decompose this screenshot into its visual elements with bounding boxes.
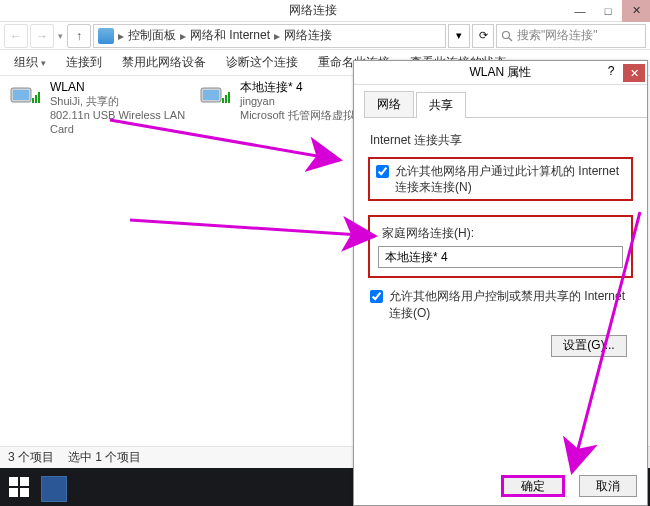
breadcrumb-item[interactable]: 网络连接 <box>284 27 332 44</box>
diagnose-button[interactable]: 诊断这个连接 <box>218 51 306 74</box>
allow-control-label: 允许其他网络用户控制或禁用共享的 Internet 连接(O) <box>389 288 633 320</box>
connect-to-button[interactable]: 连接到 <box>58 51 110 74</box>
dialog-close-button[interactable]: ✕ <box>623 64 645 82</box>
allow-control-checkbox[interactable] <box>370 290 383 303</box>
status-selected-count: 选中 1 个项目 <box>68 449 141 466</box>
adapter-device: 802.11n USB Wireless LAN Card <box>50 109 190 137</box>
help-button[interactable]: ? <box>601 64 621 82</box>
chevron-right-icon[interactable]: ▸ <box>116 29 126 43</box>
breadcrumb[interactable]: ▸ 控制面板 ▸ 网络和 Internet ▸ 网络连接 <box>93 24 446 48</box>
tab-sharing[interactable]: 共享 <box>416 92 466 118</box>
svg-line-1 <box>509 38 512 41</box>
home-connection-select[interactable] <box>378 246 623 268</box>
allow-control-row[interactable]: 允许其他网络用户控制或禁用共享的 Internet 连接(O) <box>370 288 633 320</box>
group-label-ics: Internet 连接共享 <box>370 132 633 149</box>
organize-menu[interactable]: 组织 <box>6 51 54 74</box>
svg-point-0 <box>503 31 510 38</box>
wifi-adapter-icon <box>200 80 232 112</box>
breadcrumb-item[interactable]: 控制面板 <box>128 27 176 44</box>
adapter-item-wlan[interactable]: WLAN ShuiJi, 共享的 802.11n USB Wireless LA… <box>10 80 190 136</box>
chevron-right-icon[interactable]: ▸ <box>272 29 282 43</box>
adapter-status: ShuiJi, 共享的 <box>50 95 190 109</box>
close-button[interactable]: ✕ <box>622 0 650 22</box>
adapter-name: WLAN <box>50 80 190 95</box>
breadcrumb-item[interactable]: 网络和 Internet <box>190 27 270 44</box>
location-icon <box>98 28 114 44</box>
status-item-count: 3 个项目 <box>8 449 54 466</box>
svg-rect-12 <box>9 477 18 486</box>
home-connection-label: 家庭网络连接(H): <box>382 225 623 242</box>
window-title: 网络连接 <box>60 2 566 19</box>
start-button[interactable] <box>0 468 38 506</box>
nav-up-button[interactable]: ↑ <box>67 24 91 48</box>
taskbar-item[interactable] <box>41 476 67 502</box>
svg-rect-11 <box>228 92 230 103</box>
allow-sharing-checkbox[interactable] <box>376 165 389 178</box>
adapter-name: 本地连接* 4 <box>240 80 365 95</box>
nav-back-button[interactable]: ← <box>4 24 28 48</box>
dialog-title: WLAN 属性 <box>469 64 531 81</box>
ok-button[interactable]: 确定 <box>501 475 565 497</box>
minimize-button[interactable]: — <box>566 0 594 22</box>
svg-rect-5 <box>35 95 37 103</box>
refresh-button[interactable]: ⟳ <box>472 24 494 48</box>
svg-rect-3 <box>13 90 29 100</box>
disable-device-button[interactable]: 禁用此网络设备 <box>114 51 214 74</box>
svg-rect-6 <box>38 92 40 103</box>
windows-logo-icon <box>9 477 29 497</box>
allow-sharing-label: 允许其他网络用户通过此计算机的 Internet 连接来连接(N) <box>395 163 625 195</box>
svg-rect-13 <box>20 477 29 486</box>
svg-rect-15 <box>20 488 29 497</box>
search-input[interactable]: 搜索"网络连接" <box>496 24 646 48</box>
wifi-adapter-icon <box>10 80 42 112</box>
svg-rect-14 <box>9 488 18 497</box>
tab-network[interactable]: 网络 <box>364 91 414 117</box>
adapter-status: jingyan <box>240 95 365 109</box>
allow-sharing-row[interactable]: 允许其他网络用户通过此计算机的 Internet 连接来连接(N) <box>376 163 625 195</box>
nav-history-dropdown[interactable]: ▾ <box>56 31 65 41</box>
address-dropdown-button[interactable]: ▾ <box>448 24 470 48</box>
svg-rect-4 <box>32 98 34 103</box>
cancel-button[interactable]: 取消 <box>579 475 637 497</box>
adapter-device: Microsoft 托管网络虚拟适 <box>240 109 365 123</box>
window-controls: — □ ✕ <box>566 0 650 22</box>
svg-rect-8 <box>203 90 219 100</box>
maximize-button[interactable]: □ <box>594 0 622 22</box>
chevron-right-icon[interactable]: ▸ <box>178 29 188 43</box>
wlan-properties-dialog: WLAN 属性 ? ✕ 网络 共享 Internet 连接共享 允许其他网络用户… <box>353 60 648 506</box>
nav-forward-button[interactable]: → <box>30 24 54 48</box>
svg-rect-9 <box>222 98 224 103</box>
svg-rect-10 <box>225 95 227 103</box>
settings-button[interactable]: 设置(G)... <box>551 335 627 357</box>
search-icon <box>501 30 513 42</box>
